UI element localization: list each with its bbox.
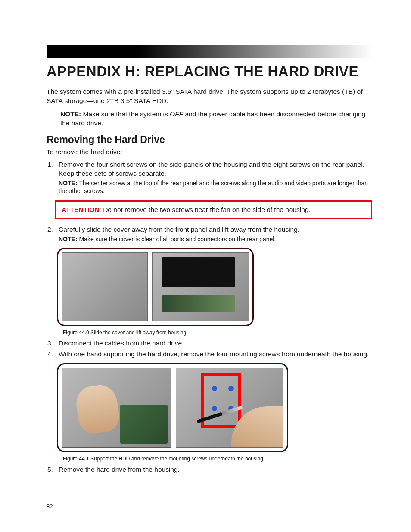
- top-note: NOTE: Make sure that the system is OFF a…: [60, 110, 372, 128]
- step-number: 3.: [47, 339, 59, 348]
- step-text: Remove the hard drive from the housing.: [59, 465, 372, 474]
- figure-44-0-caption: Figure 44.0 Slide the cover and lift awa…: [63, 330, 372, 336]
- steps-list-cont3: 5. Remove the hard drive from the housin…: [47, 465, 372, 474]
- note-text: Make sure the cover is clear of all port…: [78, 236, 276, 243]
- steps-list: 1. Remove the four short screws on the s…: [47, 160, 372, 196]
- step-3: 3. Disconnect the cables from the hard d…: [47, 339, 372, 348]
- section-heading: Removing the Hard Drive: [47, 134, 372, 146]
- step-2-note: NOTE: Make sure the cover is clear of al…: [59, 235, 372, 243]
- note-text-before: Make sure that the system is: [83, 110, 170, 118]
- figure-44-1: [57, 363, 288, 452]
- intro-paragraph: The system comes with a pre-installed 3.…: [47, 87, 372, 106]
- note-label: NOTE:: [59, 180, 78, 187]
- step-text: Disconnect the cables from the hard driv…: [59, 339, 372, 348]
- step-text: With one hand supporting the hard drive,…: [59, 350, 372, 359]
- step-text: Remove the four short screws on the side…: [59, 161, 364, 177]
- step-1-note: NOTE: The center screw at the top of the…: [59, 179, 372, 196]
- figure-44-0: [57, 248, 254, 326]
- section-lead: To remove the hard drive:: [47, 148, 372, 156]
- step-number: 2.: [47, 225, 59, 243]
- step-2: 2. Carefully slide the cover away from t…: [47, 225, 372, 243]
- bottom-rule: [47, 500, 372, 500]
- figure-photo-cover-lift: [152, 252, 249, 321]
- note-label: NOTE:: [59, 236, 78, 243]
- header-gradient-bar: [47, 45, 372, 58]
- figure-44-1-caption: Figure 44.1 Support the HDD and remove t…: [63, 456, 372, 462]
- note-label: NOTE:: [60, 110, 81, 118]
- page-number: 82: [47, 503, 53, 510]
- off-word: OFF: [170, 110, 183, 118]
- attention-box: ATTENTION: Do not remove the two screws …: [55, 200, 372, 219]
- figure-photo-cover-slide: [62, 252, 148, 321]
- steps-list-cont2: 3. Disconnect the cables from the hard d…: [47, 339, 372, 359]
- figure-photo-remove-screws: [176, 368, 283, 448]
- step-text: Carefully slide the cover away from the …: [59, 226, 299, 233]
- steps-list-cont: 2. Carefully slide the cover away from t…: [47, 225, 372, 243]
- step-number: 1.: [47, 160, 59, 196]
- page-title: APPENDIX H: REPLACING THE HARD DRIVE: [47, 63, 372, 80]
- figure-photo-support-hdd: [62, 368, 171, 448]
- top-rule: [47, 34, 372, 34]
- step-number: 5.: [47, 465, 59, 474]
- step-5: 5. Remove the hard drive from the housin…: [47, 465, 372, 474]
- step-4: 4. With one hand supporting the hard dri…: [47, 350, 372, 359]
- note-text: The center screw at the top of the rear …: [59, 180, 368, 195]
- attention-text: : Do not remove the two screws near the …: [100, 206, 311, 213]
- step-number: 4.: [47, 350, 59, 359]
- attention-label: ATTENTION: [62, 206, 100, 213]
- step-1: 1. Remove the four short screws on the s…: [47, 160, 372, 196]
